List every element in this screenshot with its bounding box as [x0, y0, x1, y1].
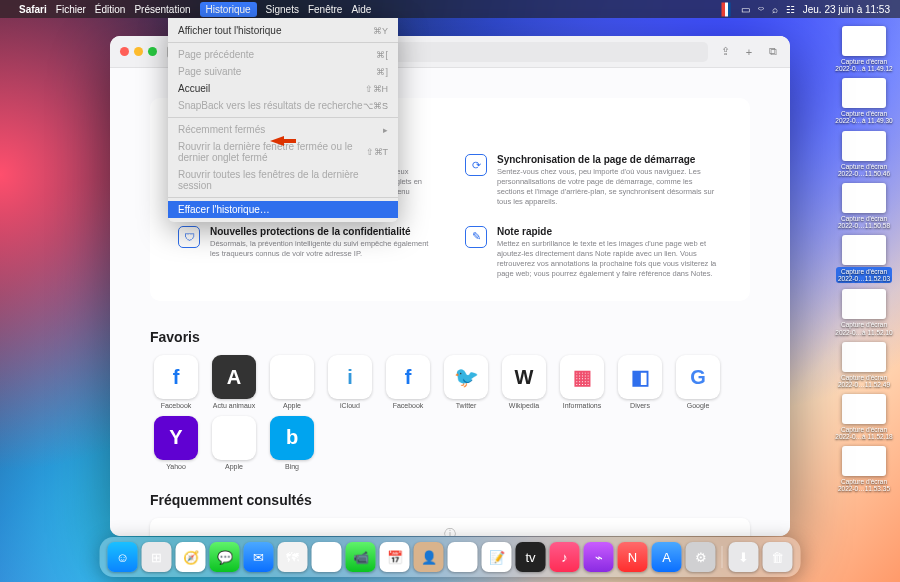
desktop-file[interactable]: Capture d'écran2022-0…à 11.52.10: [834, 289, 894, 335]
dock-reminders[interactable]: ☰: [448, 542, 478, 572]
dock-podcasts[interactable]: ⌁: [584, 542, 614, 572]
dock-appstore[interactable]: A: [652, 542, 682, 572]
desktop-file[interactable]: Capture d'écran2022-0…à 11.49.12: [834, 26, 894, 72]
feature-item: ✎Note rapideMettez en surbrillance le te…: [465, 226, 722, 280]
desktop-icons: Capture d'écran2022-0…à 11.49.12Capture …: [834, 26, 894, 493]
feature-icon: 🛡: [178, 226, 200, 248]
menubar: Safari Fichier Édition Présentation Hist…: [0, 0, 900, 18]
clock[interactable]: Jeu. 23 juin à 11:53: [803, 4, 890, 15]
dock-mail[interactable]: ✉: [244, 542, 274, 572]
dock-trash[interactable]: 🗑: [763, 542, 793, 572]
dock-messages[interactable]: 💬: [210, 542, 240, 572]
favorite-item[interactable]: 🐦Twitter: [440, 355, 492, 410]
desktop-file[interactable]: Capture d'écran2022-0…11.53.35: [834, 446, 894, 492]
annotation-arrow-icon: [270, 136, 294, 146]
desktop-file[interactable]: Capture d'écran2022-0…11.50.46: [834, 131, 894, 177]
favorite-item[interactable]: GGoogle: [672, 355, 724, 410]
menu-edit[interactable]: Édition: [95, 4, 126, 15]
desktop-file[interactable]: Capture d'écran2022-0…à 11.52.18: [834, 394, 894, 440]
menu-item[interactable]: Afficher tout l'historique⌘Y: [168, 22, 398, 39]
feature-item: 🛡Nouvelles protections de la confidentia…: [178, 226, 435, 280]
menu-item[interactable]: Effacer l'historique…: [168, 201, 398, 218]
dock-downloads[interactable]: ⬇: [729, 542, 759, 572]
favorite-item[interactable]: ▦Informations: [556, 355, 608, 410]
dock-facetime[interactable]: 📹: [346, 542, 376, 572]
favorite-item[interactable]: bBing: [266, 416, 318, 471]
favorite-item[interactable]: iiCloud: [324, 355, 376, 410]
history-dropdown: Afficher tout l'historique⌘YPage précéde…: [168, 18, 398, 222]
favorites-grid: fFacebookAActu animauxAppleiiCloudfFaceb…: [150, 355, 750, 470]
menu-item: Rouvrir toutes les fenêtres de la derniè…: [168, 166, 398, 194]
menu-window[interactable]: Fenêtre: [308, 4, 342, 15]
spotlight-icon[interactable]: ⌕: [772, 4, 778, 15]
app-name[interactable]: Safari: [19, 4, 47, 15]
input-source-flag-icon[interactable]: [721, 2, 730, 16]
desktop-file[interactable]: Capture d'écran2022-0…11.52.03: [834, 235, 894, 283]
desktop-file[interactable]: Capture d'écran2022-0…11.50.58: [834, 183, 894, 229]
dock-notes[interactable]: 📝: [482, 542, 512, 572]
dock-music[interactable]: ♪: [550, 542, 580, 572]
desktop-file[interactable]: Capture d'écran2022-0…11.52.49: [834, 342, 894, 388]
dock-settings[interactable]: ⚙: [686, 542, 716, 572]
frequently-visited-heading: Fréquemment consultés: [150, 492, 750, 508]
dock-finder[interactable]: ☺: [108, 542, 138, 572]
favorite-item[interactable]: fFacebook: [382, 355, 434, 410]
dock-tv[interactable]: tv: [516, 542, 546, 572]
window-traffic-lights[interactable]: [120, 47, 157, 56]
control-center-icon[interactable]: ☷: [786, 4, 795, 15]
battery-icon[interactable]: ▭: [741, 4, 750, 15]
desktop-file[interactable]: Capture d'écran2022-0…à 11.49.30: [834, 78, 894, 124]
dock-news[interactable]: N: [618, 542, 648, 572]
dock-calendar[interactable]: 📅: [380, 542, 410, 572]
menu-item: Page suivante⌘]: [168, 63, 398, 80]
dock-photos[interactable]: ✿: [312, 542, 342, 572]
new-tab-icon[interactable]: +: [742, 45, 756, 59]
dock-safari[interactable]: 🧭: [176, 542, 206, 572]
dock-launchpad[interactable]: ⊞: [142, 542, 172, 572]
dock-contacts[interactable]: 👤: [414, 542, 444, 572]
share-icon[interactable]: ⇪: [718, 45, 732, 59]
favorite-item[interactable]: ◧Divers: [614, 355, 666, 410]
menu-history[interactable]: Historique: [200, 2, 257, 17]
menu-view[interactable]: Présentation: [134, 4, 190, 15]
feature-icon: ✎: [465, 226, 487, 248]
favorite-item[interactable]: AActu animaux: [208, 355, 260, 410]
favorite-item[interactable]: Apple: [266, 355, 318, 410]
feature-item: ⟳Synchronisation de la page de démarrage…: [465, 154, 722, 208]
menu-bookmarks[interactable]: Signets: [266, 4, 299, 15]
favorites-heading: Favoris: [150, 329, 750, 345]
tabs-overview-icon[interactable]: ⧉: [766, 45, 780, 59]
menu-item[interactable]: Accueil⇧⌘H: [168, 80, 398, 97]
favorite-item[interactable]: YYahoo: [150, 416, 202, 471]
favorite-item[interactable]: Apple: [208, 416, 260, 471]
frequently-visited-item[interactable]: ⓘ: [150, 518, 750, 536]
menu-help[interactable]: Aide: [351, 4, 371, 15]
menu-item: SnapBack vers les résultats de recherche…: [168, 97, 398, 114]
menu-file[interactable]: Fichier: [56, 4, 86, 15]
favorite-item[interactable]: fFacebook: [150, 355, 202, 410]
dock: ☺⊞🧭💬✉🗺✿📹📅👤☰📝tv♪⌁NA⚙⬇🗑: [100, 537, 801, 577]
feature-icon: ⟳: [465, 154, 487, 176]
menu-item: Page précédente⌘[: [168, 46, 398, 63]
dock-maps[interactable]: 🗺: [278, 542, 308, 572]
wifi-icon[interactable]: ⌔: [758, 4, 764, 15]
favorite-item[interactable]: WWikipedia: [498, 355, 550, 410]
